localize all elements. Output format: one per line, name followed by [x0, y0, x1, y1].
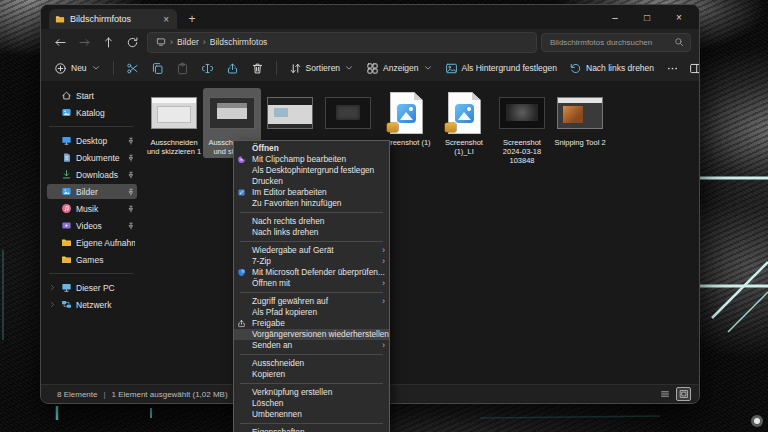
toolbar-new-button[interactable]: Neu [49, 58, 106, 78]
menu-item-l-schen[interactable]: Löschen [234, 398, 389, 409]
folder-icon [55, 14, 65, 24]
toolbar-share-button[interactable] [221, 58, 244, 78]
menu-item-zugriff-gew-hren-auf[interactable]: Zugriff gewähren auf› [234, 296, 389, 307]
sidebar-item-label: Desktop [76, 136, 123, 146]
breadcrumb-root-icon [156, 37, 166, 47]
sidebar-item-downloads[interactable]: Downloads [47, 167, 137, 182]
menu-item-freigabe[interactable]: Freigabe [234, 318, 389, 329]
sidebar-item-katalog[interactable]: Katalog [47, 105, 137, 120]
menu-item-im-editor-bearbeiten[interactable]: Im Editor bearbeiten [234, 187, 389, 198]
toolbar-wallpaper-button[interactable]: Als Hintergrund festlegen [440, 58, 562, 78]
menu-item-nach-rechts-drehen[interactable]: Nach rechts drehen [234, 216, 389, 227]
sidebar-item-desktop[interactable]: Desktop [47, 133, 137, 148]
toolbar-rename-button[interactable] [196, 58, 219, 78]
file-screenshot-1-li[interactable]: Screenshot (1)_LI [435, 88, 493, 158]
menu-item-verkn-pfung-erstellen[interactable]: Verknüpfung erstellen [234, 387, 389, 398]
menu-item-mit-clipchamp-bearbeiten[interactable]: Mit Clipchamp bearbeiten [234, 154, 389, 165]
back-button[interactable] [49, 32, 71, 52]
menu-item-vorg-ngerversionen-wiederherstellen[interactable]: Vorgängerversionen wiederherstellen [234, 329, 389, 340]
pin-icon [127, 188, 135, 196]
toolbar-cut-button[interactable] [121, 58, 144, 78]
defender-icon [237, 268, 248, 278]
toolbar-sort-button[interactable]: Sortieren [284, 58, 360, 78]
sidebar-item-label: Videos [76, 221, 123, 231]
menu-separator [240, 383, 383, 384]
menu-item-nach-links-drehen[interactable]: Nach links drehen [234, 227, 389, 238]
sidebar-item-netzwerk[interactable]: Netzwerk [47, 297, 137, 312]
file-tile-3[interactable] [261, 88, 319, 140]
menu-item-wiedergabe-auf-ger-t[interactable]: Wiedergabe auf Gerät› [234, 245, 389, 256]
forward-button[interactable] [73, 32, 95, 52]
tab-close-icon[interactable]: × [161, 14, 171, 25]
sidebar-item-label: Start [76, 91, 135, 101]
chevron-down-icon [423, 63, 433, 73]
sidebar-item-videos[interactable]: Videos [47, 218, 137, 233]
file-list: Ausschneiden und skizzieren 1Ausschneide… [141, 82, 699, 384]
sidebar-item-musik[interactable]: Musik [47, 201, 137, 216]
toolbar-details-button[interactable]: Details [684, 58, 700, 78]
menu-item-label: Nach links drehen [252, 227, 318, 238]
menu-separator [240, 292, 383, 293]
file-tile-4[interactable] [319, 88, 377, 140]
menu-item-ffnen-mit[interactable]: Öffnen mit› [234, 278, 389, 289]
sidebar-item-dieser-pc[interactable]: Dieser PC [47, 280, 137, 295]
menu-item-als-pfad-kopieren[interactable]: Als Pfad kopieren [234, 307, 389, 318]
list-view-icon [660, 389, 670, 399]
menu-item-senden-an[interactable]: Senden an› [234, 340, 389, 351]
menu-item-eigenschaften[interactable]: Eigenschaften [234, 427, 389, 432]
sidebar-item-bilder[interactable]: Bilder [47, 184, 137, 199]
menu-item-zu-favoriten-hinzuf-gen[interactable]: Zu Favoriten hinzufügen [234, 198, 389, 209]
sidebar-item-eigene-aufnahmen[interactable]: Eigene Aufnahmen [47, 235, 137, 250]
menu-item-mit-microsoft-defender-berpr-fen[interactable]: Mit Microsoft Defender überprüfen... [234, 267, 389, 278]
toolbar-view-button[interactable]: Anzeigen [361, 58, 437, 78]
breadcrumb-segment-bildschirmfotos[interactable]: Bildschirmfotos [210, 37, 268, 47]
arrow-left-icon [54, 36, 67, 49]
file-snipping-tool-2[interactable]: Snipping Tool 2 [551, 88, 609, 149]
menu-item-7-zip[interactable]: 7-Zip› [234, 256, 389, 267]
expand-chevron-icon[interactable] [49, 301, 57, 308]
address-bar: › Bilder › Bildschirmfotos [41, 29, 699, 55]
large-thumbnails-view-button[interactable] [676, 387, 691, 401]
folder-icon [61, 237, 72, 248]
gallery-icon [61, 107, 72, 118]
sidebar-item-start[interactable]: Start [47, 88, 137, 103]
toolbar-copy-button[interactable] [146, 58, 169, 78]
list-view-button[interactable] [657, 387, 672, 401]
search-input[interactable] [548, 37, 670, 48]
breadcrumb[interactable]: › Bilder › Bildschirmfotos [147, 32, 537, 53]
menu-item-als-desktophintergrund-festlegen[interactable]: Als Desktophintergrund festlegen [234, 165, 389, 176]
minimize-button[interactable]: – [599, 5, 631, 29]
desktop: Bildschirmfotos × + – □ × › Bilder › Bil… [0, 0, 768, 432]
menu-item-label: Als Pfad kopieren [252, 307, 317, 318]
menu-item-umbenennen[interactable]: Umbenennen [234, 409, 389, 420]
close-button[interactable]: × [663, 5, 695, 29]
toolbar-rotate-left-button[interactable]: Nach links drehen [564, 58, 659, 78]
new-tab-button[interactable]: + [183, 10, 201, 28]
menu-item-ffnen[interactable]: Öffnen [234, 143, 389, 154]
up-button[interactable] [97, 32, 119, 52]
toolbar-delete-button[interactable] [246, 58, 269, 78]
tab-bildschirmfotos[interactable]: Bildschirmfotos × [49, 9, 177, 29]
copy-icon [151, 62, 164, 75]
submenu-arrow-icon: › [382, 278, 385, 289]
file-screenshot-2024-03-18-103848[interactable]: Screenshot 2024-03-18 103848 [493, 88, 551, 167]
chevron-down-icon [344, 63, 354, 73]
toolbar-more-button[interactable] [661, 58, 684, 78]
chevron-down-icon [91, 63, 101, 73]
sidebar-item-label: Musik [76, 204, 123, 214]
sidebar-item-label: Games [76, 255, 135, 265]
home-icon [61, 90, 72, 101]
dark-thumbnail [325, 97, 371, 129]
menu-item-drucken[interactable]: Drucken [234, 176, 389, 187]
menu-item-ausschneiden[interactable]: Ausschneiden [234, 358, 389, 369]
maximize-button[interactable]: □ [631, 5, 663, 29]
toolbar-paste-button[interactable] [171, 58, 194, 78]
file-ausschneiden-und-skizzieren-1[interactable]: Ausschneiden und skizzieren 1 [145, 88, 203, 158]
breadcrumb-segment-bilder[interactable]: Bilder [177, 37, 199, 47]
sidebar-item-games[interactable]: Games [47, 252, 137, 267]
expand-chevron-icon[interactable] [49, 284, 57, 291]
sidebar-item-dokumente[interactable]: Dokumente [47, 150, 137, 165]
refresh-button[interactable] [121, 32, 143, 52]
menu-item-kopieren[interactable]: Kopieren [234, 369, 389, 380]
photo-logo-icon [455, 104, 474, 123]
